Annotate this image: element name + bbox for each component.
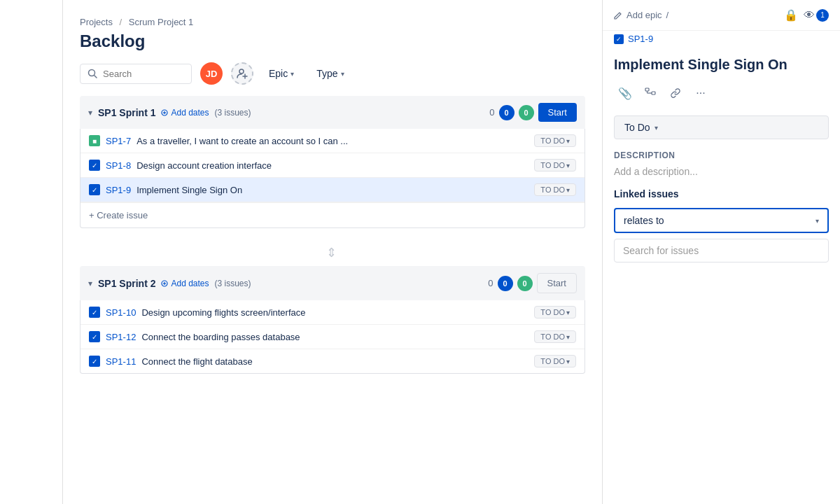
backlog-area: ▾ SP1 Sprint 1 Add dates (3 issues) 0 0 … bbox=[63, 96, 602, 504]
epic-chevron-icon: ▾ bbox=[290, 70, 294, 78]
panel-breadcrumb-sep: / bbox=[666, 10, 669, 20]
issue-sp1-10-chevron-icon: ▾ bbox=[566, 309, 570, 316]
issue-sp1-7[interactable]: ■ SP1-7 As a traveller, I want to create… bbox=[80, 129, 584, 153]
sprint-2-add-dates[interactable]: Add dates bbox=[161, 279, 209, 288]
issue-sp1-8[interactable]: ✓ SP1-8 Design account creation interfac… bbox=[80, 153, 584, 178]
linked-issues-type-label: relates to bbox=[624, 215, 664, 226]
more-options-button[interactable]: ··· bbox=[690, 82, 712, 104]
issue-sp1-9-summary: Implement Single Sign On bbox=[136, 185, 528, 195]
issue-sp1-7-status[interactable]: TO DO ▾ bbox=[534, 134, 576, 147]
breadcrumb-separator: / bbox=[120, 17, 122, 27]
sprint-2-add-dates-label: Add dates bbox=[171, 279, 209, 288]
type-filter-button[interactable]: Type ▾ bbox=[309, 64, 351, 83]
sprint-1-start-button[interactable]: Start bbox=[538, 103, 577, 122]
sprint-1-stat-gray: 0 bbox=[489, 107, 494, 118]
search-issues-input[interactable]: Search for issues bbox=[614, 239, 829, 262]
sprint-2-stat-gray: 0 bbox=[488, 278, 493, 288]
sprint-2-chevron-icon[interactable]: ▾ bbox=[88, 279, 92, 288]
panel-issue-ref: ✓ SP1-9 bbox=[603, 31, 840, 50]
sprint-1-add-dates-label: Add dates bbox=[171, 108, 209, 118]
issue-sp1-8-status-label: TO DO bbox=[540, 161, 565, 169]
sprint-1-issues-count: (3 issues) bbox=[215, 108, 251, 118]
type-filter-label: Type bbox=[316, 68, 337, 79]
sprint-2-issues-count: (3 issues) bbox=[215, 279, 251, 288]
issue-sp1-12[interactable]: ✓ SP1-12 Connect the boarding passes dat… bbox=[80, 325, 584, 349]
eye-icon[interactable]: 👁 bbox=[804, 9, 815, 22]
issue-sp1-9-key: SP1-9 bbox=[106, 185, 131, 195]
issue-sp1-8-summary: Design account creation interface bbox=[136, 160, 528, 171]
breadcrumb: Projects / Scrum Project 1 bbox=[80, 17, 585, 27]
sprint-2-header: ▾ SP1 Sprint 2 Add dates (3 issues) 0 0 … bbox=[80, 266, 585, 300]
issue-sp1-9-status[interactable]: TO DO ▾ bbox=[534, 183, 576, 196]
search-icon bbox=[88, 69, 97, 78]
issue-sp1-12-status[interactable]: TO DO ▾ bbox=[534, 330, 576, 343]
toolbar: JD Epic ▾ Type ▾ bbox=[63, 62, 602, 96]
issue-sp1-11-status[interactable]: TO DO ▾ bbox=[534, 355, 576, 368]
lock-icon[interactable]: 🔒 bbox=[784, 8, 798, 22]
issue-sp1-7-status-label: TO DO bbox=[540, 136, 565, 145]
issue-sp1-10-status-label: TO DO bbox=[540, 308, 565, 316]
issue-sp1-8-status[interactable]: TO DO ▾ bbox=[534, 159, 576, 172]
sprint-1-add-dates[interactable]: Add dates bbox=[161, 108, 209, 118]
issue-sp1-11[interactable]: ✓ SP1-11 Connect the flight database TO … bbox=[80, 349, 584, 373]
right-panel: Add epic / 🔒 👁 1 ✓ SP1-9 Implement Singl… bbox=[602, 0, 840, 504]
issue-sp1-8-key: SP1-8 bbox=[106, 160, 131, 171]
task-icon: ✓ bbox=[89, 331, 100, 342]
sprint-1-stat-green: 0 bbox=[519, 105, 534, 120]
sprint-1-section: ▾ SP1 Sprint 1 Add dates (3 issues) 0 0 … bbox=[80, 96, 585, 228]
status-label: To Do bbox=[624, 122, 650, 133]
search-box[interactable] bbox=[80, 64, 192, 84]
panel-toolbar: 📎 ··· bbox=[603, 82, 840, 115]
search-input[interactable] bbox=[103, 69, 184, 79]
issue-sp1-10-status[interactable]: TO DO ▾ bbox=[534, 306, 576, 318]
page-title: Backlog bbox=[80, 31, 585, 51]
avatar-add-member[interactable] bbox=[231, 62, 253, 85]
panel-issue-key[interactable]: SP1-9 bbox=[628, 34, 653, 44]
status-dropdown[interactable]: To Do ▾ bbox=[614, 115, 829, 139]
sprint-2-start-button[interactable]: Start bbox=[537, 273, 577, 293]
avatar-jd[interactable]: JD bbox=[200, 62, 223, 85]
sprint-2-name: SP1 Sprint 2 bbox=[98, 278, 155, 289]
issue-sp1-7-key: SP1-7 bbox=[106, 136, 131, 146]
sprint-2-section: ▾ SP1 Sprint 2 Add dates (3 issues) 0 0 … bbox=[80, 266, 585, 374]
description-title: Description bbox=[614, 150, 829, 160]
task-icon: ✓ bbox=[89, 184, 100, 195]
panel-actions-top: 🔒 👁 1 bbox=[784, 8, 829, 22]
svg-rect-12 bbox=[652, 92, 655, 94]
issue-sp1-12-key: SP1-12 bbox=[106, 332, 136, 342]
sprint-1-create-issue[interactable]: + Create issue bbox=[80, 202, 584, 227]
epic-filter-button[interactable]: Epic ▾ bbox=[262, 64, 301, 83]
panel-title: Implement Single Sign On bbox=[603, 50, 840, 82]
watch-section: 👁 1 bbox=[804, 9, 829, 22]
linked-issues-title: Linked issues bbox=[603, 188, 840, 208]
search-issues-placeholder: Search for issues bbox=[623, 245, 699, 256]
issue-sp1-9[interactable]: ✓ SP1-9 Implement Single Sign On TO DO ▾ bbox=[80, 178, 584, 202]
sprint-1-chevron-icon[interactable]: ▾ bbox=[88, 108, 92, 118]
panel-breadcrumb: Add epic / bbox=[614, 10, 778, 20]
issue-sp1-12-status-label: TO DO bbox=[540, 332, 565, 341]
panel-top-bar: Add epic / 🔒 👁 1 bbox=[603, 0, 840, 31]
task-icon: ✓ bbox=[89, 307, 100, 318]
breadcrumb-project[interactable]: Scrum Project 1 bbox=[129, 17, 193, 27]
sprint-1-header: ▾ SP1 Sprint 1 Add dates (3 issues) 0 0 … bbox=[80, 96, 585, 129]
pencil-icon bbox=[614, 11, 622, 20]
status-chevron-icon: ▾ bbox=[654, 124, 658, 132]
sprint-2-stats: 0 0 0 Start bbox=[488, 273, 577, 293]
task-icon: ✓ bbox=[89, 160, 100, 171]
attachment-button[interactable]: 📎 bbox=[614, 82, 636, 104]
breadcrumb-projects[interactable]: Projects bbox=[80, 17, 113, 27]
sprint-1-items: ■ SP1-7 As a traveller, I want to create… bbox=[80, 129, 585, 228]
sidebar bbox=[0, 0, 63, 504]
description-placeholder[interactable]: Add a description... bbox=[614, 166, 829, 177]
svg-rect-11 bbox=[645, 88, 649, 91]
main-content: Projects / Scrum Project 1 Backlog JD Ep… bbox=[63, 0, 602, 504]
issue-sp1-7-summary: As a traveller, I want to create an acco… bbox=[136, 136, 528, 146]
panel-add-epic-label[interactable]: Add epic bbox=[626, 10, 662, 20]
page-header: Projects / Scrum Project 1 Backlog bbox=[63, 0, 602, 62]
linked-issues-type-dropdown[interactable]: relates to ▾ bbox=[614, 208, 829, 233]
issue-sp1-11-summary: Connect the flight database bbox=[141, 356, 528, 367]
hierarchy-button[interactable] bbox=[639, 82, 662, 104]
issue-sp1-10[interactable]: ✓ SP1-10 Design upcoming flights screen/… bbox=[80, 300, 584, 325]
link-button[interactable] bbox=[664, 82, 687, 104]
sprint-2-stat-blue: 0 bbox=[498, 276, 513, 291]
